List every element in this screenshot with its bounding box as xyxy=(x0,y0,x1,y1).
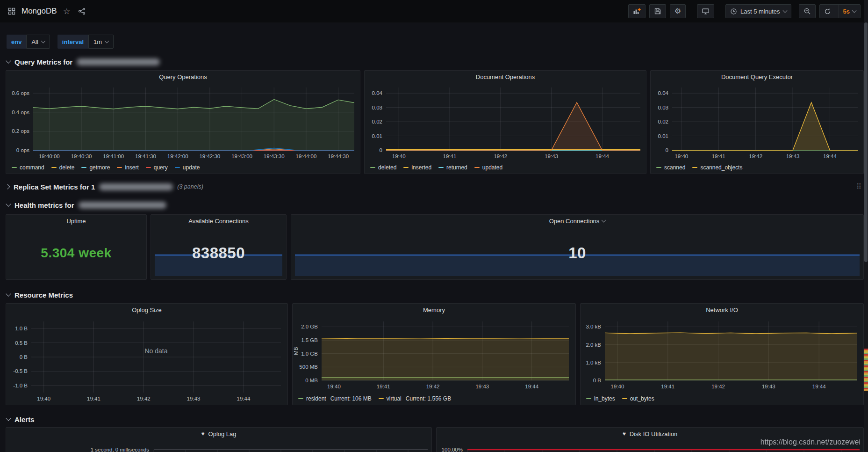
legend-item-query[interactable]: query xyxy=(146,164,168,171)
y-axis-tick-label: 0.01 xyxy=(658,133,668,139)
legend-label: query xyxy=(154,164,168,171)
legend-item-update[interactable]: update xyxy=(175,164,200,171)
legend-label: delete xyxy=(59,164,75,171)
legend-label: in_bytes xyxy=(594,395,615,402)
oplog-size-chart[interactable]: -1.0 B-0.5 B0 B0.5 B1.0 B19:4019:4119:42… xyxy=(6,316,287,405)
x-axis-tick-label: 19:41 xyxy=(377,384,390,389)
panel-title[interactable]: Oplog Size xyxy=(6,304,287,316)
panel-title[interactable]: Available Connections xyxy=(151,215,286,227)
legend-label: deleted xyxy=(378,164,396,171)
grafana-dashboard: MongoDB ☆ xyxy=(0,0,868,452)
x-axis-tick-label: 19:41 xyxy=(87,396,100,401)
panel-title-text: Document Query Executor xyxy=(721,73,793,80)
variable-interval-value[interactable]: 1m xyxy=(88,35,114,49)
legend-item-out_bytes[interactable]: out_bytes xyxy=(622,395,654,402)
redacted-host xyxy=(77,58,160,66)
x-axis-tick-label: 19:40 xyxy=(392,153,406,159)
add-panel-button[interactable] xyxy=(628,4,646,18)
document-operations-chart[interactable]: 00.010.020.030.0419:4019:4119:4219:4319:… xyxy=(365,83,646,161)
star-icon[interactable]: ☆ xyxy=(62,6,72,16)
save-dashboard-button[interactable] xyxy=(649,4,666,18)
legend-item-delete[interactable]: delete xyxy=(51,164,75,171)
legend-label: scanned_objects xyxy=(700,164,742,171)
section-resource-metrics[interactable]: Resource Metrics xyxy=(7,289,73,301)
legend-item-scanned_objects[interactable]: scanned_objects xyxy=(692,164,742,171)
panel-title[interactable]: Document Query Executor xyxy=(651,71,863,83)
legend-item-resident[interactable]: residentCurrent: 106 MB xyxy=(298,395,372,402)
apps-grid-icon[interactable] xyxy=(7,6,17,16)
legend-item-inserted[interactable]: inserted xyxy=(403,164,431,171)
chart-area: 0 ops0.2 ops0.4 ops0.6 ops19:40:0019:40:… xyxy=(6,83,360,161)
y-axis-tick-label: -1.0 B xyxy=(13,383,28,388)
scrollbar-thumb[interactable] xyxy=(864,22,868,262)
y-axis-tick-label: 0.5 B xyxy=(15,340,28,346)
legend-item-insert[interactable]: insert xyxy=(117,164,138,171)
oplog-lag-chart[interactable]: 1 second, 0 milliseconds xyxy=(6,440,431,452)
legend-item-scanned[interactable]: scanned xyxy=(656,164,685,171)
panel-title-text: Uptime xyxy=(66,218,86,225)
x-axis-tick-label: 19:42:00 xyxy=(167,153,188,159)
legend-item-getmore[interactable]: getmore xyxy=(81,164,110,171)
dashboard-title[interactable]: MongoDB xyxy=(22,7,57,16)
y-axis-tick-label: 0.03 xyxy=(658,105,668,110)
variable-interval[interactable]: interval 1m xyxy=(57,35,114,49)
panel-menu-caret-icon[interactable] xyxy=(602,218,606,223)
panel-available-connections: Available Connections 838850 xyxy=(151,214,287,280)
x-axis-tick-label: 19:41 xyxy=(712,153,725,159)
x-axis-tick-label: 19:44 xyxy=(595,153,609,159)
refresh-interval-button[interactable]: 5s xyxy=(839,5,860,18)
variable-env[interactable]: env All xyxy=(7,35,50,49)
x-axis-tick-label: 19:40 xyxy=(674,153,688,159)
legend-label: returned xyxy=(446,164,467,171)
time-range-picker[interactable]: Last 5 minutes xyxy=(725,4,791,18)
panel-title[interactable]: Document Operations xyxy=(365,71,646,83)
network-io-chart[interactable]: 0 B1.0 kB2.0 kB3.0 kB19:4019:4119:4219:4… xyxy=(581,316,863,393)
navbar: MongoDB ☆ xyxy=(0,0,868,22)
panel-title[interactable]: Query Operations xyxy=(6,71,360,83)
memory-chart[interactable]: 0 MB500 MB1.0 GB1.5 GB2.0 GB19:4019:4119… xyxy=(293,316,575,393)
legend-item-virtual[interactable]: virtualCurrent: 1.556 GB xyxy=(379,395,451,402)
legend-item-updated[interactable]: updated xyxy=(474,164,502,171)
y-axis-tick-label: 0.04 xyxy=(372,90,383,96)
share-icon[interactable] xyxy=(77,6,87,16)
y-axis-tick-label: 2.0 GB xyxy=(301,324,318,329)
y-axis-tick-label: 0.02 xyxy=(372,119,382,124)
legend-item-deleted[interactable]: deleted xyxy=(370,164,396,171)
legend-label: getmore xyxy=(89,164,110,171)
document-query-executor-chart[interactable]: 00.010.020.030.0419:4019:4119:4219:4319:… xyxy=(651,83,863,161)
chart-area: -1.0 B-0.5 B0 B0.5 B1.0 B19:4019:4119:42… xyxy=(6,316,287,405)
stat-body: 10 xyxy=(291,227,863,279)
panel-title[interactable]: Memory xyxy=(293,304,575,316)
legend-item-in_bytes[interactable]: in_bytes xyxy=(586,395,615,402)
panel-title[interactable]: Uptime xyxy=(6,215,146,227)
cycle-view-mode-button[interactable] xyxy=(697,4,714,18)
row-drag-handle[interactable]: ⠿ xyxy=(856,182,861,191)
query-operations-chart[interactable]: 0 ops0.2 ops0.4 ops0.6 ops19:40:0019:40:… xyxy=(6,83,360,161)
panel-title[interactable]: Open Connections xyxy=(291,215,863,227)
section-health-metrics[interactable]: Health metrics for xyxy=(7,199,166,211)
legend-swatch xyxy=(379,398,384,399)
dashboard-settings-button[interactable]: ⚙ xyxy=(670,4,686,18)
scrollbar[interactable] xyxy=(864,0,868,452)
section-title: Health metrics for xyxy=(14,201,74,209)
panel-title[interactable]: Network I/O xyxy=(581,304,863,316)
panel-title-text: Oplog Lag xyxy=(208,430,237,437)
legend-item-command[interactable]: command xyxy=(12,164,44,171)
variable-env-selected: All xyxy=(31,38,38,45)
x-axis-tick-label: 19:44 xyxy=(525,384,538,389)
refresh-button[interactable] xyxy=(820,5,835,18)
zoom-out-button[interactable] xyxy=(799,4,816,18)
section-title: Query Metrics for xyxy=(14,58,72,66)
section-alerts[interactable]: Alerts xyxy=(7,413,35,425)
open-connections-value: 10 xyxy=(568,244,586,262)
variable-env-value[interactable]: All xyxy=(26,35,50,49)
chart-area: 1 second, 0 milliseconds xyxy=(6,440,431,452)
legend-item-returned[interactable]: returned xyxy=(438,164,467,171)
section-query-metrics[interactable]: Query Metrics for xyxy=(7,56,160,68)
legend-label: insert xyxy=(125,164,138,171)
panel-title[interactable]: ♥ Oplog Lag xyxy=(6,428,431,440)
y-axis-tick-label: 0.4 ops xyxy=(12,109,29,115)
y-axis-tick-label: 1 second, 0 milliseconds xyxy=(91,447,150,452)
chart-legend: scannedscanned_objects xyxy=(651,161,863,174)
section-replica-set-metrics[interactable]: Replica Set Metrics for 1 (3 panels) xyxy=(7,181,203,193)
